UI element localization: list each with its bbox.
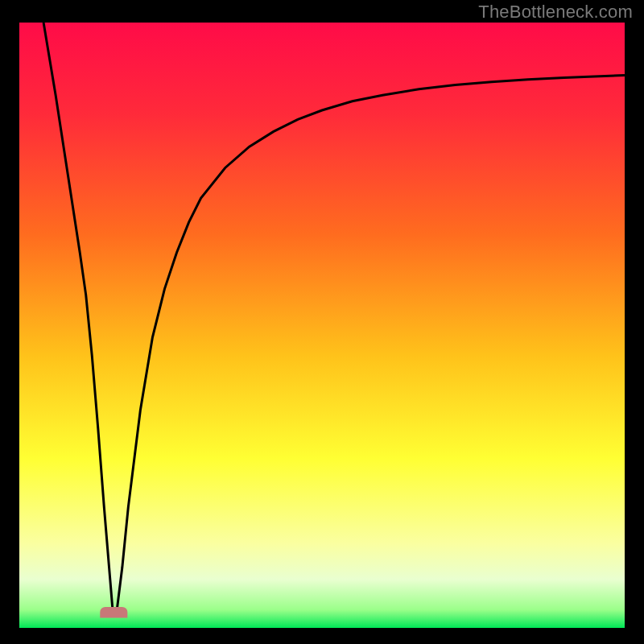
min-marker [100,607,127,618]
watermark-text: TheBottleneck.com [478,2,633,23]
app-frame: TheBottleneck.com [0,0,644,644]
gradient-background [19,23,625,628]
chart-svg [19,23,625,628]
chart-area [19,23,625,628]
